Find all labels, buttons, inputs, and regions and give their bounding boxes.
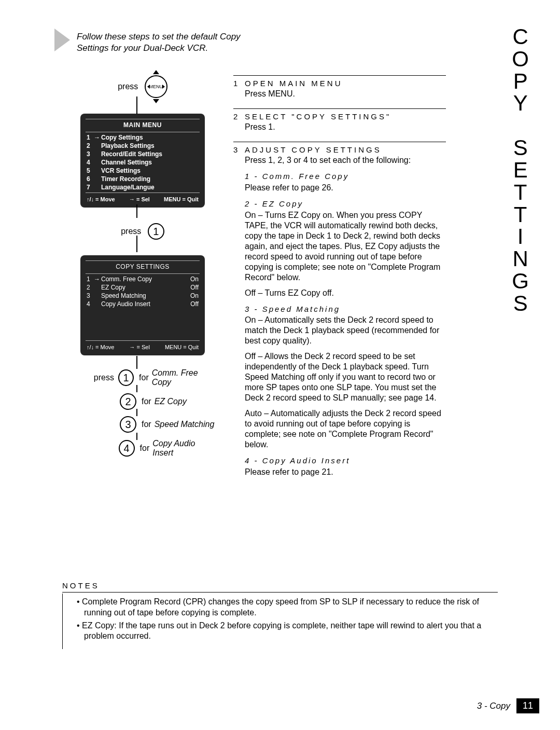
notes-title: NOTES	[62, 581, 498, 590]
arrow-left-icon	[147, 85, 150, 89]
press-label: press	[121, 227, 141, 236]
menu-button: MENU	[145, 75, 167, 98]
menu-row: 3Speed MatchingOn	[80, 292, 205, 300]
arrow-up-icon	[153, 70, 159, 74]
number-button: 3	[120, 416, 136, 433]
option-row: press 3 for Speed Matching	[91, 416, 215, 433]
copy-menu-footer: ↑/↓ = Move → = Sel MENU = Quit	[80, 342, 205, 351]
connector-line	[136, 356, 137, 369]
right-column: 1 OPEN MAIN MENU Press MENU. 2 SELECT "C…	[233, 75, 446, 487]
number-button: 1	[118, 369, 134, 386]
notes-side-rule	[62, 594, 63, 649]
note-item: Complete Program Record (CPR) changes th…	[73, 597, 498, 618]
number-button: 2	[120, 393, 136, 410]
main-menu-osd: MAIN MENU 1→Copy Settings 2Playback Sett…	[80, 114, 205, 208]
page-footer: 3 - Copy 11	[477, 698, 539, 713]
footer-page-number: 11	[516, 698, 539, 713]
menu-button-wrap: MENU	[145, 75, 167, 98]
copy-settings-osd: COPY SETTINGS 1→Comm. Free CopyOn 2EZ Co…	[80, 255, 205, 355]
option-row: press 2 for EZ Copy	[91, 393, 215, 410]
step-1: 1 OPEN MAIN MENU Press MENU.	[233, 75, 446, 99]
copy-menu-rows: 1→Comm. Free CopyOn 2EZ CopyOff 3Speed M…	[80, 275, 205, 308]
menu-button-label: MENU	[149, 84, 163, 89]
menu-row: 1→Comm. Free CopyOn	[80, 275, 205, 283]
option-rows: press 1 for Comm. Free Copy press 2 for …	[70, 368, 215, 458]
main-menu-rows: 1→Copy Settings 2Playback Settings 3Reco…	[80, 133, 205, 191]
step-2: 2 SELECT "COPY SETTINGS" Press 1.	[233, 108, 446, 132]
left-column: press MENU MAIN MENU 1→Copy Settings 2Pl…	[70, 67, 215, 464]
connector-line	[136, 385, 137, 392]
page: COPY SETTINGS Follow these steps to set …	[0, 0, 560, 730]
main-menu-title: MAIN MENU	[80, 121, 205, 129]
connector-line	[136, 97, 137, 114]
intro-text: Follow these steps to set the default Co…	[77, 31, 253, 54]
side-title: COPY SETTINGS	[512, 26, 539, 315]
number-button: 4	[119, 440, 135, 457]
main-menu-footer: ↑/↓ = Move → = Sel MENU = Quit	[80, 194, 205, 203]
press-menu-row: press MENU	[70, 75, 215, 98]
press-1-row: press 1	[70, 223, 215, 240]
number-1-button: 1	[148, 223, 164, 240]
connector-line	[136, 236, 137, 252]
notes-block: NOTES Complete Program Record (CPR) chan…	[62, 581, 498, 644]
step-3: 3 ADJUST COPY SETTINGS Press 1, 2, 3 or …	[233, 142, 446, 477]
option-row: press 1 for Comm. Free Copy	[91, 368, 215, 387]
footer-section: 3 - Copy	[477, 701, 510, 711]
notes-list: Complete Program Record (CPR) changes th…	[62, 597, 498, 642]
menu-row: 7Language/Langue	[80, 183, 205, 191]
menu-row: 4Copy Audio InsertOff	[80, 300, 205, 308]
arrow-down-icon	[153, 99, 159, 103]
connector-line	[136, 409, 137, 416]
menu-row: 6Timer Recording	[80, 175, 205, 183]
intro-arrow-icon	[54, 29, 70, 51]
menu-row: 3Record/Edit Settings	[80, 150, 205, 158]
menu-row: 1→Copy Settings	[80, 133, 205, 142]
menu-row: 5VCR Settings	[80, 167, 205, 175]
press-label: press	[118, 82, 138, 91]
copy-menu-title: COPY SETTINGS	[80, 263, 205, 270]
menu-row: 4Channel Settings	[80, 158, 205, 167]
arrow-right-icon	[162, 85, 165, 89]
connector-line	[136, 433, 137, 440]
option-row: press 4 for Copy Audio Insert	[91, 439, 215, 458]
connector-line	[136, 204, 137, 218]
menu-row: 2Playback Settings	[80, 142, 205, 150]
menu-row: 2EZ CopyOff	[80, 283, 205, 292]
note-item: EZ Copy: If the tape runs out in Deck 2 …	[73, 621, 498, 642]
